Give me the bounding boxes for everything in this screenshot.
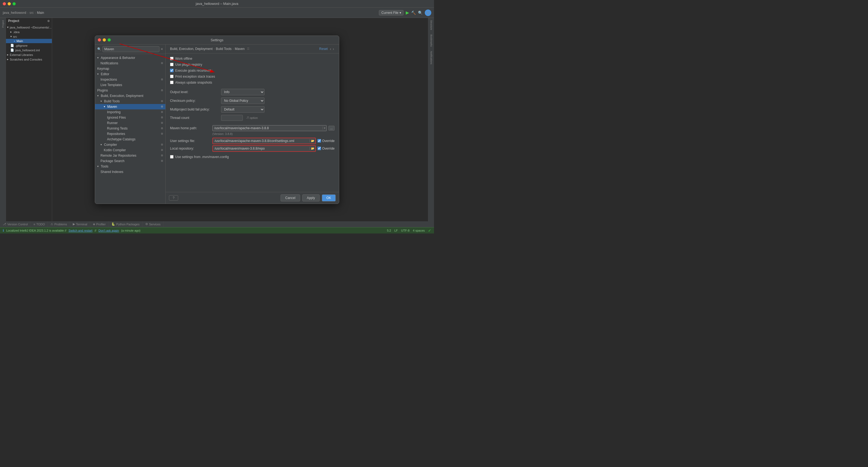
nav-compiler[interactable]: ▾ Compiler ⚙ [95,142,165,148]
nav-editor[interactable]: ▾ Editor [95,71,165,77]
tab-todo[interactable]: ≡ TODO [31,221,48,227]
settings-dialog[interactable]: Settings 🔍 ✕ ▾ App [95,36,339,204]
current-file-button[interactable]: Current File ▾ [379,10,404,15]
cancel-button[interactable]: Cancel [281,194,300,201]
nav-importing[interactable]: Importing ⚙ [95,110,165,115]
tree-item-idea[interactable]: ▸ .idea [6,30,52,34]
dialog-minimize-button[interactable] [103,38,106,41]
tree-item-iml[interactable]: 📄 java_helloword.iml [6,48,52,53]
multiproject-select[interactable]: Default After Never [221,106,265,113]
maven-home-browse-button[interactable]: ... [328,126,335,131]
local-repo-override-label[interactable]: Override [317,147,335,150]
dialog-maximize-button[interactable] [107,38,111,41]
use-mvn-config-label[interactable]: Use settings from .mvn/maven.config [170,155,229,159]
tab-python-packages[interactable]: 🐍 Python Packages [108,221,143,227]
nav-plugins[interactable]: Plugins ⚙ [95,88,165,93]
local-repo-input[interactable] [213,146,310,151]
help-button[interactable]: ? [169,195,178,200]
maximize-window-button[interactable] [12,2,16,5]
tree-item-main[interactable]: ● Main [6,39,52,43]
user-settings-override-label[interactable]: Override [317,139,335,143]
print-exception-label[interactable]: Print exception stack traces [170,75,215,79]
tab-profiler[interactable]: ◈ Profiler [90,221,108,227]
run-button[interactable]: ▶ [406,10,409,15]
nav-remote-jar[interactable]: Remote Jar Repositories ⚙ [95,153,165,158]
nav-package-search[interactable]: Package Search ⚙ [95,158,165,164]
use-plugin-registry-label[interactable]: Use plugin registry [170,63,202,66]
nav-running-tests[interactable]: Running Tests ⚙ [95,126,165,131]
tree-item-gitignore[interactable]: 📄 .gitignore [6,43,52,48]
clear-search-icon[interactable]: ✕ [160,47,163,51]
dont-ask-link[interactable]: Don't ask again [99,229,119,232]
nav-keymap[interactable]: Keymap [95,66,165,71]
tree-item-root[interactable]: ▾ java_helloword ~/Documents/... [6,25,52,30]
idea-label: .idea [13,30,20,34]
nav-build-tools[interactable]: ▾ Build Tools ⚙ [95,99,165,104]
close-window-button[interactable] [3,2,6,5]
nav-archetype-catalogs[interactable]: Archetype Catalogs [95,136,165,142]
checksum-policy-select[interactable]: No Global Policy Warn Fail [221,97,265,104]
apply-button[interactable]: Apply [302,194,320,201]
ok-button[interactable]: OK [322,194,336,201]
notifications-tab[interactable]: Notifications [430,51,433,64]
dialog-body: 🔍 ✕ ▾ Appearance & Behavior Notification… [95,44,339,204]
tab-problems[interactable]: ⚠ Problems [48,221,70,227]
execute-goals-label[interactable]: Execute goals recursively [170,69,212,72]
thread-count-input[interactable] [221,115,243,121]
notification-time: (a minute ago) [121,229,141,232]
settings-search-input[interactable] [102,46,159,52]
thread-count-label: Thread count [170,116,219,120]
use-plugin-registry-checkbox[interactable] [170,63,174,66]
execute-goals-checkbox[interactable] [170,69,174,72]
nav-ignored-files[interactable]: Ignored Files ⚙ [95,115,165,120]
nav-live-templates[interactable]: Live Templates [95,82,165,88]
nav-forward-button[interactable]: › [332,47,335,51]
nav-inspections[interactable]: Inspections ⚙ [95,77,165,82]
bookmarks-tab[interactable]: Bookmarks [430,34,433,47]
always-update-checkbox[interactable] [170,81,174,84]
user-avatar[interactable]: U [425,9,431,16]
nav-appearance[interactable]: ▾ Appearance & Behavior [95,55,165,61]
nav-repositories[interactable]: Repositories ⚙ [95,131,165,136]
user-settings-override-checkbox[interactable] [317,139,321,143]
nav-maven[interactable]: ▾ Maven ⚙ [95,104,165,110]
search-button[interactable]: 🔍 [418,10,423,15]
project-tab[interactable]: Project [2,20,4,28]
tree-item-external-libs[interactable]: ▸ External Libraries [6,53,52,57]
tab-terminal[interactable]: ▶ Terminal [70,221,90,227]
work-offline-label[interactable]: Work offline [170,57,192,61]
always-update-label[interactable]: Always update snapshots [170,81,212,85]
maven-home-dropdown-icon[interactable]: ▾ [323,127,327,129]
minimize-window-button[interactable] [8,2,11,5]
tree-item-src[interactable]: ▾ src [6,34,52,39]
nav-shared-indexes[interactable]: Shared Indexes [95,169,165,175]
nav-kotlin-compiler[interactable]: Kotlin Compiler ⚙ [95,148,165,153]
dialog-close-button[interactable] [98,38,101,41]
thread-count-row: Thread count -T option [170,115,335,121]
dialog-traffic-lights[interactable] [98,38,111,41]
local-repo-browse-icon[interactable]: 📂 [310,147,315,150]
local-repo-override-checkbox[interactable] [317,147,321,150]
user-settings-input[interactable] [213,138,310,144]
nav-back-button[interactable]: ‹ [330,47,332,51]
output-level-select[interactable]: Info Debug Quiet [221,89,265,95]
traffic-lights[interactable] [3,2,16,5]
nav-tools[interactable]: ▾ Tools [95,164,165,169]
switch-restart-link[interactable]: Switch and restart [68,229,92,232]
nav-runner[interactable]: Runner ⚙ [95,120,165,126]
print-exception-checkbox[interactable] [170,75,174,78]
tree-item-scratches[interactable]: ▸ Scratches and Consoles [6,57,52,62]
nav-build-exec[interactable]: ▾ Build, Execution, Deployment [95,93,165,99]
project-options[interactable]: ⚙ [47,20,50,23]
build-button[interactable]: 🔨 [411,10,416,15]
structure-tab[interactable]: Structure [430,20,433,30]
maven-home-label: Maven home path: [170,126,211,130]
work-offline-checkbox[interactable] [170,57,174,60]
tab-version-control[interactable]: ⎇ Version Control [0,221,31,227]
use-mvn-config-checkbox[interactable] [170,155,174,159]
tab-services[interactable]: ⚙ Services [143,221,163,227]
nav-notifications[interactable]: Notifications ⚙ [95,61,165,66]
reset-button[interactable]: Reset [319,47,328,51]
maven-home-input[interactable] [213,125,323,131]
user-settings-browse-icon[interactable]: 📂 [310,139,315,142]
